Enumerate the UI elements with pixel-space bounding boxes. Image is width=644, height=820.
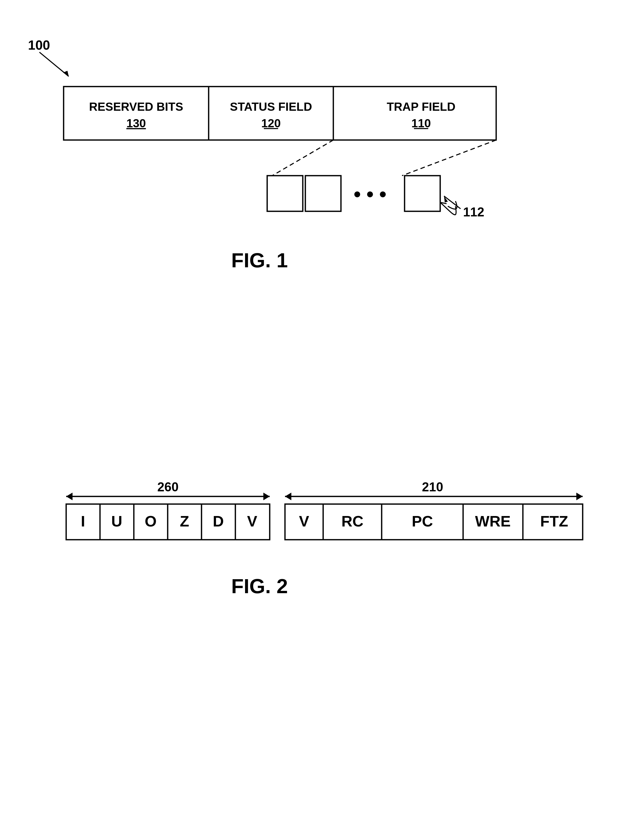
- g2-cell-pc: PC: [412, 513, 433, 530]
- fig2-caption: FIG. 2: [231, 575, 288, 597]
- svg-line-0: [40, 52, 69, 76]
- arrow-260-label: 260: [157, 480, 178, 494]
- g2-cell-ftz: FTZ: [540, 513, 568, 530]
- svg-line-10: [440, 203, 446, 204]
- bit-box-2: [305, 176, 341, 211]
- svg-marker-12: [444, 196, 448, 203]
- g2-cell-rc: RC: [342, 513, 363, 530]
- fig1-caption: FIG. 1: [231, 249, 288, 272]
- svg-line-8: [272, 140, 333, 176]
- trap-label: TRAP FIELD: [387, 100, 455, 113]
- g1-cell-i: I: [81, 513, 85, 530]
- svg-marker-14: [66, 493, 72, 500]
- status-label: STATUS FIELD: [230, 100, 312, 113]
- status-ref: 120: [261, 117, 281, 130]
- g1-cell-d: D: [213, 513, 224, 530]
- reserved-label: RESERVED BITS: [89, 100, 183, 113]
- g2-cell-v: V: [299, 513, 309, 530]
- reserved-ref: 130: [126, 117, 146, 130]
- g1-cell-u: U: [111, 513, 122, 530]
- dots: • • •: [354, 183, 386, 206]
- ref-100-label: 100: [28, 38, 50, 52]
- bit-box-1: [267, 176, 303, 211]
- ref-112: 112: [463, 205, 484, 219]
- svg-marker-1: [63, 71, 69, 76]
- svg-line-9: [402, 140, 496, 176]
- g1-cell-z: Z: [180, 513, 189, 530]
- bit-box-last: [405, 176, 440, 211]
- g2-cell-wre: WRE: [475, 513, 511, 530]
- svg-marker-18: [576, 493, 583, 500]
- group2-box: [285, 504, 583, 540]
- group1-box: [66, 504, 270, 540]
- trap-ref: 110: [411, 117, 431, 130]
- arrow-112-curve: [448, 201, 457, 209]
- arrow-210-label: 210: [422, 480, 443, 494]
- diagram-svg: 100 RESERVED BITS 130 STATUS FIELD 120 T…: [0, 0, 644, 820]
- svg-rect-2: [64, 86, 496, 140]
- g1-cell-v1: V: [247, 513, 257, 530]
- svg-marker-15: [263, 493, 270, 500]
- g1-cell-o: O: [145, 513, 157, 530]
- svg-marker-17: [285, 493, 291, 500]
- svg-line-11: [444, 196, 460, 209]
